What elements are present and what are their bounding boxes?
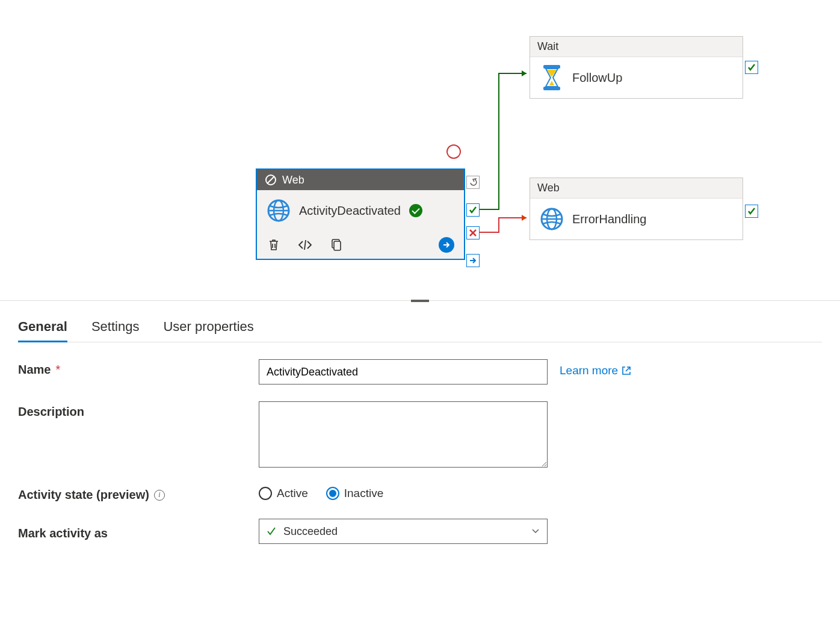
tab-user-properties[interactable]: User properties — [163, 313, 253, 342]
globe-icon — [267, 199, 291, 223]
activity-activity-deactivated[interactable]: Web ActivityDeactivated — [256, 168, 465, 260]
radio-inactive[interactable]: Inactive — [326, 487, 383, 500]
validation-check-icon — [409, 204, 422, 217]
delete-button[interactable] — [267, 238, 281, 252]
mark-as-select[interactable]: Succeeded — [259, 519, 548, 544]
name-label: Name* — [18, 359, 247, 377]
deactivated-icon — [264, 173, 277, 187]
activity-name: ErrorHandling — [572, 212, 646, 226]
activity-header: Web — [257, 170, 464, 190]
name-input[interactable] — [259, 359, 548, 385]
port-failure[interactable] — [466, 226, 480, 239]
tab-settings[interactable]: Settings — [91, 313, 140, 342]
breakpoint-marker[interactable] — [446, 144, 461, 159]
description-label: Description — [18, 401, 247, 419]
activity-name: ActivityDeactivated — [299, 204, 401, 218]
connector-failure — [480, 217, 531, 241]
info-icon[interactable]: i — [154, 490, 165, 501]
activity-header: Wait — [530, 37, 743, 57]
external-link-icon — [622, 366, 631, 375]
port-skip[interactable] — [466, 254, 480, 267]
activity-header: Web — [530, 178, 743, 199]
activity-type-label: Web — [537, 182, 560, 194]
check-icon — [267, 527, 276, 536]
description-input[interactable] — [259, 401, 548, 468]
pipeline-canvas[interactable]: Web ActivityDeactivated — [0, 0, 840, 301]
activity-type-label: Web — [282, 174, 304, 187]
globe-icon — [540, 207, 564, 231]
radio-active[interactable]: Active — [259, 487, 308, 500]
activity-name: FollowUp — [572, 71, 622, 85]
properties-panel: General Settings User properties Name* L… — [0, 301, 840, 573]
goto-button[interactable] — [439, 237, 454, 253]
port-success[interactable] — [745, 205, 758, 218]
port-success[interactable] — [466, 203, 480, 217]
property-tabs: General Settings User properties — [18, 313, 822, 342]
chevron-down-icon — [531, 525, 540, 538]
learn-more-link[interactable]: Learn more — [560, 359, 631, 377]
svg-line-1 — [267, 176, 274, 184]
hourglass-icon — [540, 66, 564, 90]
activity-state-label: Activity state (preview) i — [18, 484, 247, 502]
copy-button[interactable] — [329, 238, 344, 252]
code-button[interactable] — [298, 238, 312, 252]
activity-type-label: Wait — [537, 40, 558, 53]
mark-as-label: Mark activity as — [18, 523, 247, 540]
tab-general[interactable]: General — [18, 313, 67, 342]
port-completion[interactable] — [466, 176, 480, 189]
port-success[interactable] — [745, 61, 758, 74]
activity-errorhandling[interactable]: Web ErrorHandling — [530, 178, 743, 240]
connector-success — [480, 72, 531, 211]
resize-handle[interactable] — [411, 300, 429, 302]
svg-rect-5 — [334, 241, 341, 250]
activity-followup[interactable]: Wait FollowUp — [530, 36, 743, 99]
